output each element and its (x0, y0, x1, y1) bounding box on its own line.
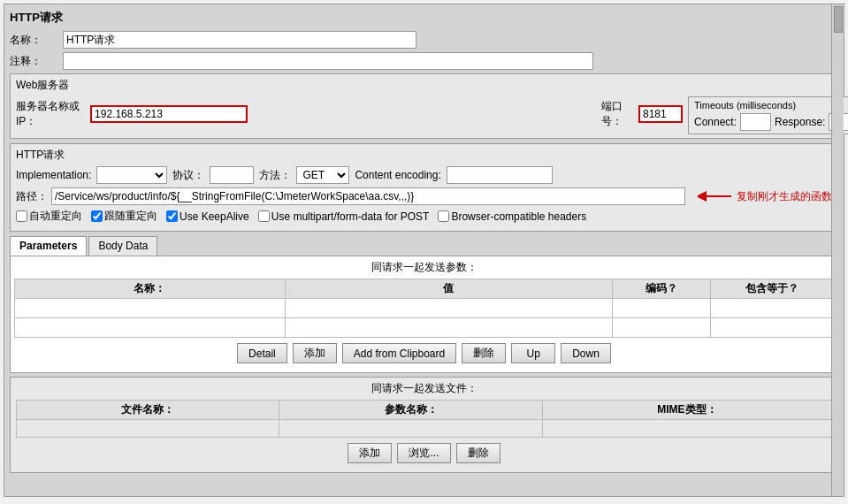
auto-redirect-checkbox[interactable]: 自动重定向 (16, 209, 82, 224)
comment-row: 注释： (10, 52, 838, 70)
col-header-name: 名称： (15, 279, 286, 299)
files-section: 同请求一起发送文件： 文件名称： 参数名称： MIME类型： 添加 浏览... (10, 377, 838, 473)
col-header-mimetype: MIME类型： (542, 401, 831, 420)
web-server-title: Web服务器 (16, 78, 832, 93)
panel-title: HTTP请求 (10, 10, 838, 26)
comment-input[interactable] (63, 52, 593, 70)
method-label: 方法： (259, 168, 291, 183)
port-input[interactable] (638, 105, 683, 123)
multipart-input[interactable] (258, 210, 270, 222)
browser-headers-label: Browser-compatible headers (451, 210, 586, 223)
delete-file-button[interactable]: 删除 (456, 443, 500, 463)
protocol-input[interactable] (210, 166, 254, 184)
arrow-icon (698, 188, 733, 204)
server-ip-input[interactable] (90, 105, 248, 123)
tab-body-data[interactable]: Body Data (88, 236, 157, 256)
comment-label: 注释： (10, 54, 63, 69)
scrollbar[interactable] (831, 4, 844, 496)
add-file-button[interactable]: 添加 (348, 443, 392, 463)
method-select[interactable]: GET POST PUT DELETE (296, 166, 349, 184)
table-cell-value-empty2 (285, 318, 612, 338)
tab-parameters[interactable]: Parameters (10, 236, 87, 256)
encoding-input[interactable] (447, 166, 553, 184)
port-label: 端口号： (601, 99, 638, 129)
impl-label: Implementation: (16, 169, 91, 181)
timeouts-box: Timeouts (milliseconds) Connect: Respons… (688, 96, 848, 134)
col-header-filename: 文件名称： (17, 401, 279, 420)
add-param-button[interactable]: 添加 (293, 343, 337, 363)
server-ip-row: 服务器名称或IP： 端口号： (16, 99, 683, 129)
path-row: 路径： 复制刚才生成的函数 (16, 187, 832, 205)
browser-headers-checkbox[interactable]: Browser-compatible headers (438, 210, 586, 223)
table-row-empty (15, 299, 834, 318)
protocol-label: 协议： (172, 168, 204, 183)
auto-redirect-input[interactable] (16, 210, 27, 222)
col-header-paramname: 参数名称： (279, 401, 542, 420)
table-cell-value-empty (285, 299, 612, 318)
connect-label: Connect: (694, 116, 737, 128)
params-section: 同请求一起发送参数： 名称： 值 编码？ 包含等于？ (10, 256, 838, 373)
col-header-value: 值 (285, 279, 612, 299)
table-row-empty2 (15, 318, 834, 338)
multipart-checkbox[interactable]: Use multipart/form-data for POST (258, 210, 430, 223)
table-cell-name-empty2 (15, 318, 286, 338)
files-cell-empty2 (279, 420, 542, 438)
name-label: 名称： (10, 33, 63, 48)
follow-redirect-input[interactable] (91, 210, 103, 222)
files-row-empty (17, 420, 832, 438)
server-left: 服务器名称或IP： 端口号： (16, 99, 683, 133)
http-row1: Implementation: 协议： 方法： GET POST PUT DEL… (16, 166, 832, 184)
browser-headers-input[interactable] (438, 210, 449, 222)
table-cell-contains-empty2 (711, 318, 834, 338)
main-panel: HTTP请求 名称： 注释： Web服务器 服务器名称或IP： 端口号： Tim… (4, 4, 844, 497)
table-cell-encode-empty (612, 299, 710, 318)
keepalive-input[interactable] (166, 210, 178, 222)
up-button[interactable]: Up (511, 343, 555, 363)
params-buttons-row: Detail 添加 Add from Clipboard 删除 Up Down (14, 343, 834, 363)
down-button[interactable]: Down (561, 343, 611, 363)
multipart-label: Use multipart/form-data for POST (271, 210, 430, 223)
name-input[interactable] (63, 31, 416, 49)
table-cell-name-empty (15, 299, 286, 318)
name-row: 名称： (10, 31, 838, 49)
web-server-content: 服务器名称或IP： 端口号： Timeouts (milliseconds) C… (16, 96, 832, 134)
keepalive-label: Use KeepAlive (180, 210, 249, 223)
browse-button[interactable]: 浏览... (397, 443, 450, 463)
keepalive-checkbox[interactable]: Use KeepAlive (166, 210, 249, 223)
timeouts-title: Timeouts (milliseconds) (694, 100, 848, 111)
server-ip-label: 服务器名称或IP： (16, 99, 90, 129)
http-request-section: HTTP请求 Implementation: 协议： 方法： GET POST … (10, 143, 838, 232)
connect-input[interactable] (740, 113, 771, 131)
scrollbar-thumb (834, 6, 843, 33)
table-cell-contains-empty (711, 299, 834, 318)
col-header-encode: 编码？ (612, 279, 710, 299)
files-cell-empty3 (542, 420, 831, 438)
files-table: 文件名称： 参数名称： MIME类型： (16, 400, 832, 438)
files-buttons-row: 添加 浏览... 删除 (16, 443, 832, 463)
checkbox-row: 自动重定向 跟随重定向 Use KeepAlive Use multipart/… (16, 209, 832, 224)
annotation-text: 复制刚才生成的函数 (737, 189, 832, 204)
files-cell-empty1 (17, 420, 279, 438)
timeouts-row: Connect: Response: (694, 113, 848, 131)
follow-redirect-checkbox[interactable]: 跟随重定向 (91, 209, 157, 224)
arrow-annotation: 复制刚才生成的函数 (698, 188, 832, 204)
follow-redirect-label: 跟随重定向 (104, 209, 157, 224)
detail-button[interactable]: Detail (237, 343, 287, 363)
impl-select[interactable] (96, 166, 167, 184)
add-from-clipboard-button[interactable]: Add from Clipboard (342, 343, 456, 363)
col-header-contains: 包含等于？ (711, 279, 834, 299)
path-input[interactable] (51, 187, 685, 205)
web-server-section: Web服务器 服务器名称或IP： 端口号： Timeouts (millisec… (10, 73, 838, 139)
table-cell-encode-empty2 (612, 318, 710, 338)
delete-param-button[interactable]: 删除 (462, 343, 506, 363)
params-header: 同请求一起发送参数： (14, 260, 834, 275)
params-table: 名称： 值 编码？ 包含等于？ (14, 279, 834, 338)
files-header: 同请求一起发送文件： (16, 381, 832, 396)
http-request-title: HTTP请求 (16, 148, 832, 163)
response-label: Response: (775, 116, 825, 128)
encoding-label: Content encoding: (355, 169, 440, 181)
path-label: 路径： (16, 189, 48, 204)
tabs-row: Parameters Body Data (10, 236, 838, 256)
auto-redirect-label: 自动重定向 (29, 209, 82, 224)
